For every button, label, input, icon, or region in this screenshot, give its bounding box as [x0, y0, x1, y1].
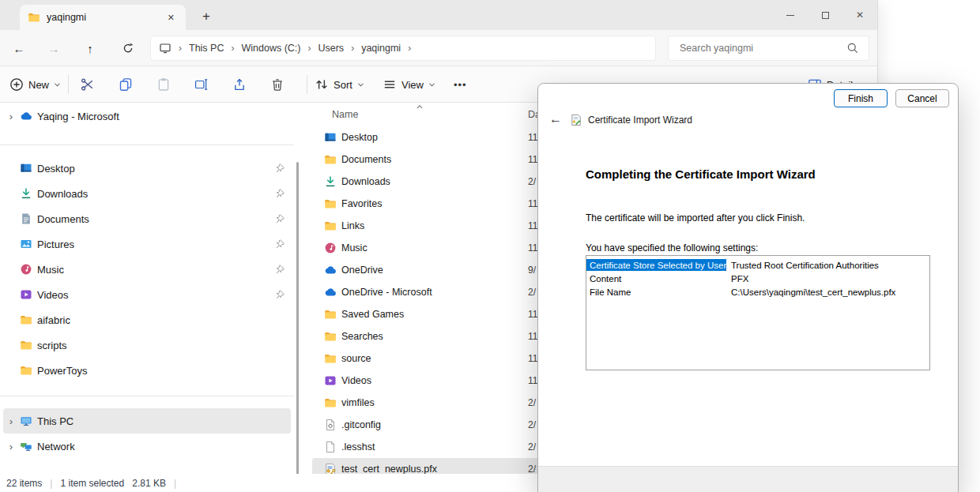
- sidebar-item-label: Pictures: [37, 238, 74, 250]
- breadcrumb-item-users[interactable]: Users: [318, 43, 344, 54]
- file-name: Saved Games: [341, 309, 404, 320]
- search-input[interactable]: [678, 42, 846, 54]
- more-options-button[interactable]: •••: [454, 66, 467, 103]
- chevron-right-icon[interactable]: ›: [6, 111, 17, 122]
- sidebar-item-desktop[interactable]: Desktop: [0, 156, 294, 181]
- search-icon[interactable]: [846, 42, 859, 54]
- delete-button[interactable]: [270, 66, 285, 103]
- copy-button[interactable]: [119, 66, 133, 103]
- pin-icon: [275, 163, 285, 174]
- status-divider: |: [50, 478, 52, 489]
- pin-icon: [275, 265, 285, 275]
- sidebar-item-network[interactable]: › Network: [0, 434, 294, 459]
- sidebar-item-label: Downloads: [37, 188, 88, 200]
- chevron-down-icon: [428, 82, 435, 88]
- maximize-icon: [822, 12, 829, 19]
- sidebar-item-documents[interactable]: Documents: [0, 206, 294, 231]
- sidebar-scrollbar[interactable]: [296, 162, 299, 476]
- sort-button[interactable]: Sort: [315, 66, 364, 103]
- file-name: Downloads: [341, 176, 390, 187]
- dialog-back-icon[interactable]: ←: [549, 112, 562, 126]
- navigation-pane: › Yaqing - Microsoft Desktop Downloads D…: [0, 103, 294, 459]
- sort-arrows-icon: [315, 77, 329, 92]
- file-date: 9/: [528, 265, 536, 276]
- maximize-button[interactable]: [808, 0, 842, 30]
- breadcrumb[interactable]: › This PC › Windows (C:) › Users › yaqin…: [150, 36, 656, 61]
- more-icon: •••: [454, 79, 467, 91]
- settings-row[interactable]: Content PFX: [586, 272, 929, 285]
- breadcrumb-separator: ›: [408, 43, 411, 54]
- sidebar-item-this-pc[interactable]: › This PC: [3, 408, 291, 434]
- sidebar-item-music[interactable]: Music: [0, 257, 294, 282]
- sidebar-item-aifabric[interactable]: aifabric: [0, 307, 294, 332]
- minimize-button[interactable]: [773, 0, 808, 30]
- tab-strip: yaqingmi ✕ + ✕: [0, 0, 877, 30]
- sidebar-item-label: Yaqing - Microsoft: [37, 111, 119, 122]
- cancel-button[interactable]: Cancel: [895, 89, 949, 107]
- paste-icon: [156, 77, 171, 92]
- close-button[interactable]: ✕: [842, 0, 877, 30]
- sidebar-item-pictures[interactable]: Pictures: [0, 231, 294, 257]
- blank-file-icon: [324, 441, 337, 453]
- sidebar-item-videos[interactable]: Videos: [0, 282, 294, 307]
- breadcrumb-separator: ›: [231, 43, 234, 54]
- file-name: Desktop: [341, 132, 378, 143]
- breadcrumb-item-yaqingmi[interactable]: yaqingmi: [361, 43, 401, 54]
- settings-row[interactable]: Certificate Store Selected by User Trust…: [586, 258, 929, 272]
- explorer-tab[interactable]: yaqingmi ✕: [20, 5, 186, 30]
- cut-icon: [81, 77, 95, 92]
- new-button-label: New: [28, 79, 49, 91]
- certificate-import-wizard-dialog: ✕ ← Certificate Import Wizard Completing…: [537, 83, 959, 492]
- settings-table: Certificate Store Selected by User Trust…: [586, 255, 930, 370]
- refresh-button[interactable]: [115, 36, 141, 61]
- chevron-right-icon[interactable]: ›: [6, 441, 17, 453]
- cut-button[interactable]: [81, 66, 95, 103]
- setting-key-selected: Certificate Store Selected by User: [586, 259, 726, 271]
- new-button[interactable]: New: [9, 66, 61, 103]
- selection-size: 2.81 KB: [132, 478, 166, 489]
- item-count: 22 items: [6, 478, 42, 489]
- copy-icon: [119, 77, 133, 92]
- chevron-right-icon[interactable]: ›: [6, 415, 17, 427]
- wizard-settings-label: You have specified the following setting…: [586, 242, 758, 254]
- dialog-footer: [538, 466, 958, 492]
- finish-button[interactable]: Finish: [834, 89, 888, 107]
- folder-icon: [324, 308, 337, 321]
- settings-row[interactable]: File Name C:\Users\yaqingmi\test_cert_ne…: [586, 285, 929, 299]
- file-date: 2/: [528, 419, 536, 430]
- sidebar-item-scripts[interactable]: scripts: [0, 332, 294, 358]
- share-button[interactable]: [232, 66, 247, 103]
- folder-icon: [324, 352, 337, 365]
- sidebar-item-label: Music: [37, 264, 64, 276]
- breadcrumb-item-this-pc[interactable]: This PC: [189, 43, 224, 54]
- sidebar-item-label: Videos: [37, 289, 69, 301]
- downloads-icon: [20, 187, 32, 200]
- folder-icon: [20, 339, 32, 351]
- up-button[interactable]: ↑: [77, 36, 103, 61]
- pin-icon: [275, 239, 285, 250]
- view-button[interactable]: View: [383, 66, 435, 103]
- tab-close-icon[interactable]: ✕: [164, 11, 178, 24]
- sidebar-divider: [0, 145, 294, 145]
- sidebar-item-powertoys[interactable]: PowerToys: [0, 358, 294, 383]
- back-button[interactable]: ←: [6, 36, 32, 61]
- pictures-icon: [20, 238, 32, 250]
- sidebar-item-onedrive[interactable]: › Yaqing - Microsoft: [0, 103, 294, 129]
- music-icon: [20, 263, 32, 276]
- column-header-name[interactable]: Name: [332, 109, 358, 120]
- search-box[interactable]: [668, 36, 869, 61]
- sort-button-label: Sort: [334, 79, 352, 91]
- desktop-icon: [324, 131, 337, 144]
- folder-icon: [324, 153, 337, 166]
- breadcrumb-item-windows-c[interactable]: Windows (C:): [241, 43, 300, 54]
- folder-icon: [28, 11, 40, 24]
- wizard-heading: Completing the Certificate Import Wizard: [586, 167, 816, 181]
- paste-button: [156, 66, 171, 103]
- pin-icon: [275, 214, 285, 224]
- file-name: Documents: [341, 154, 391, 165]
- file-name: Searches: [341, 331, 383, 342]
- documents-icon: [20, 212, 32, 225]
- sidebar-item-downloads[interactable]: Downloads: [0, 181, 294, 206]
- new-tab-button[interactable]: +: [195, 6, 217, 28]
- rename-button[interactable]: [194, 66, 209, 103]
